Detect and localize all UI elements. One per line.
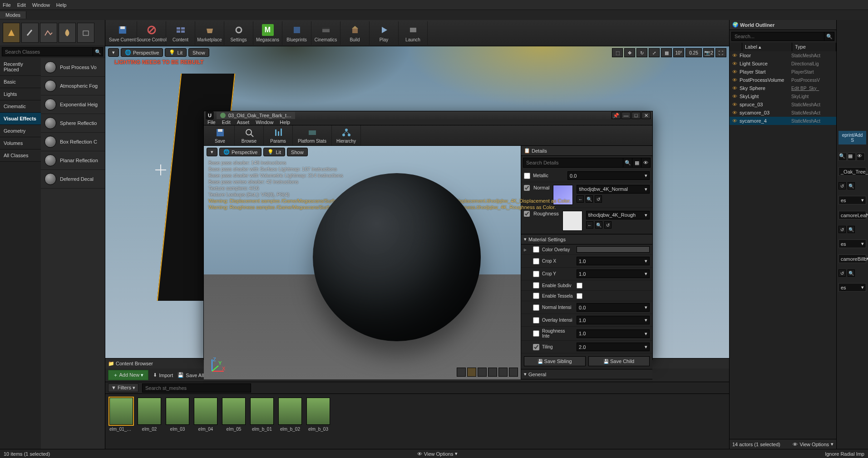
snap-scale[interactable]: 0.25 [686, 48, 702, 57]
eye-icon[interactable]: 👁 [731, 85, 738, 91]
eye-icon[interactable]: 👁 [731, 52, 738, 59]
matrix-icon[interactable]: ▦ [632, 158, 641, 168]
reset-icon[interactable]: ↺ [838, 182, 846, 189]
btn-launch[interactable]: Launch [399, 21, 428, 45]
asset-item[interactable]: elm_b_01 [250, 398, 274, 445]
btn-build[interactable]: Build [340, 21, 370, 45]
outliner-search-input[interactable] [731, 32, 824, 41]
overlayintens-checkbox[interactable] [533, 317, 539, 324]
shape-mesh-icon[interactable] [498, 368, 508, 377]
tess-checkbox[interactable] [533, 293, 539, 299]
col-label[interactable]: Label ▴ [742, 43, 792, 51]
transform-rotate-icon[interactable]: ↻ [636, 48, 647, 57]
import-button[interactable]: ⬇Import [153, 372, 173, 378]
matrix-icon[interactable]: ▦ [848, 153, 856, 161]
mesh-dropdown[interactable]: _Oak_Tree_▾ [838, 167, 866, 176]
menu-window[interactable]: Window [256, 119, 273, 125]
asset-item[interactable]: elm_05 [222, 398, 246, 445]
cropx-value[interactable]: 1.0▾ [577, 257, 650, 265]
shape-teapot-icon[interactable] [509, 368, 518, 377]
placeable-item[interactable]: Post Process Vo [41, 58, 105, 77]
roughness-checkbox[interactable] [524, 211, 530, 217]
coloroverlay-checkbox[interactable] [533, 246, 539, 253]
cb-view-options[interactable]: 👁View Options ▾ [417, 451, 458, 457]
btn-savecurrent[interactable]: Save Current [108, 21, 137, 45]
metallic-value[interactable]: 0.0▾ [567, 171, 650, 180]
reset-icon[interactable]: ↺ [838, 226, 846, 233]
search-classes-input[interactable] [2, 47, 93, 56]
material-dropdown[interactable]: camoreBillb▾ [838, 254, 866, 263]
pill-lit[interactable]: 💡Lit [165, 48, 187, 57]
transform-select-icon[interactable]: ⬚ [612, 48, 623, 57]
placeable-item[interactable]: Exponential Heig [41, 95, 105, 114]
outliner-row[interactable]: 👁sycamore_03StaticMeshAct [730, 109, 836, 117]
material-dropdown[interactable]: camoreLeaf▾ [838, 211, 866, 219]
save-child-button[interactable]: 💾 Save Child [588, 356, 650, 366]
asset-item[interactable]: elm_03 [165, 398, 190, 445]
eye-icon[interactable]: 👁 [731, 101, 738, 108]
cat-recentlyplaced[interactable]: Recently Placed [0, 58, 41, 76]
btn-cinematics[interactable]: Cinematics [311, 21, 340, 45]
outliner-row[interactable]: 👁FloorStaticMeshAct [730, 51, 836, 60]
btn-blueprints[interactable]: Blueprints [282, 21, 311, 45]
pill-show[interactable]: Show [188, 48, 209, 57]
btn-marketplace[interactable]: Marketplace [195, 21, 224, 45]
pill-perspective[interactable]: 🌐Perspective [219, 148, 261, 156]
asset-item[interactable]: elm_02 [137, 398, 162, 445]
roughness-texture-thumb[interactable] [562, 211, 582, 231]
btn-sourcecontrol[interactable]: Source Control [137, 21, 166, 45]
reset-icon[interactable]: ↺ [595, 195, 602, 203]
eye-icon[interactable]: 👁 [731, 118, 738, 124]
shape-plane-icon[interactable] [478, 368, 487, 377]
menu-window[interactable]: Window [32, 2, 50, 8]
cat-cinematic[interactable]: Cinematic [0, 100, 41, 113]
reset-icon[interactable]: ↺ [604, 221, 612, 229]
content-browser-tab[interactable]: 📁 Content Browser [108, 361, 153, 367]
cat-visualeffects[interactable]: Visual Effects [0, 113, 41, 125]
subdiv-toggle[interactable] [577, 283, 582, 289]
placeable-item[interactable]: Sphere Reflectio [41, 114, 105, 133]
blueprint-add-button[interactable]: eprint/Add S [838, 131, 866, 144]
normalintens-checkbox[interactable] [533, 304, 539, 311]
viewport-maximize-icon[interactable]: ⛶ [715, 48, 726, 57]
menu-help[interactable]: Help [56, 2, 67, 8]
filters-button[interactable]: ▼ Filters ▾ [108, 383, 138, 392]
material-tab[interactable]: 03_Old_Oak_Tree_Bark_t… [217, 112, 295, 119]
cat-geometry[interactable]: Geometry [0, 125, 41, 137]
reset-icon[interactable]: ↺ [838, 269, 846, 277]
mode-foliage-icon[interactable] [59, 23, 76, 43]
outliner-row[interactable]: 👁PostProcessVolumePostProcessV [730, 76, 836, 84]
window-close-icon[interactable]: ✕ [641, 112, 651, 119]
dropdown[interactable]: es▾ [838, 196, 866, 204]
cropx-checkbox[interactable] [533, 258, 539, 264]
placeable-item[interactable]: Planar Reflection [41, 151, 105, 170]
preview-menu-dropdown[interactable]: ▾ [207, 148, 217, 156]
material-preview-viewport[interactable]: ▾ 🌐Perspective 💡Lit Show Base pass shade… [204, 146, 521, 379]
btn-settings[interactable]: Settings [224, 21, 253, 45]
placeable-item[interactable]: Box Reflection C [41, 133, 105, 151]
outliner-row[interactable]: 👁sycamore_4StaticMeshAct [730, 117, 836, 125]
browse-icon[interactable]: 🔍 [848, 182, 855, 189]
eye-icon[interactable]: 👁 [857, 153, 865, 161]
mode-paint-icon[interactable] [21, 23, 39, 43]
mode-place-icon[interactable] [3, 23, 20, 43]
tiling-value[interactable]: 2.0▾ [577, 343, 650, 351]
material-titlebar[interactable]: U 03_Old_Oak_Tree_Bark_t… 📌 — □ ✕ [204, 111, 652, 119]
btn-save[interactable]: Save [206, 125, 235, 145]
section-material-settings[interactable]: ▾Material Settings [521, 234, 652, 244]
btn-platformstats[interactable]: Platform Stats [293, 125, 332, 145]
view-options-button[interactable]: 👁View Options ▾ [793, 441, 833, 447]
cropy-checkbox[interactable] [533, 271, 539, 277]
dropdown[interactable]: es▾ [838, 239, 866, 248]
search-icon[interactable]: 🔍 [824, 32, 834, 41]
btn-megascans[interactable]: MMegascans [253, 21, 282, 45]
search-icon[interactable]: 🔍 [93, 47, 103, 56]
tiling-checkbox[interactable] [533, 344, 539, 350]
transform-move-icon[interactable]: ✥ [624, 48, 635, 57]
menu-file[interactable]: File [207, 119, 216, 125]
snap-angle[interactable]: 10° [673, 48, 684, 57]
mode-geometry-icon[interactable] [77, 23, 94, 43]
roughness-texture-dropdown[interactable]: tihodjqbw_4K_Rough▾ [586, 211, 650, 219]
cat-basic[interactable]: Basic [0, 76, 41, 88]
browse-icon[interactable]: 🔍 [586, 195, 593, 203]
